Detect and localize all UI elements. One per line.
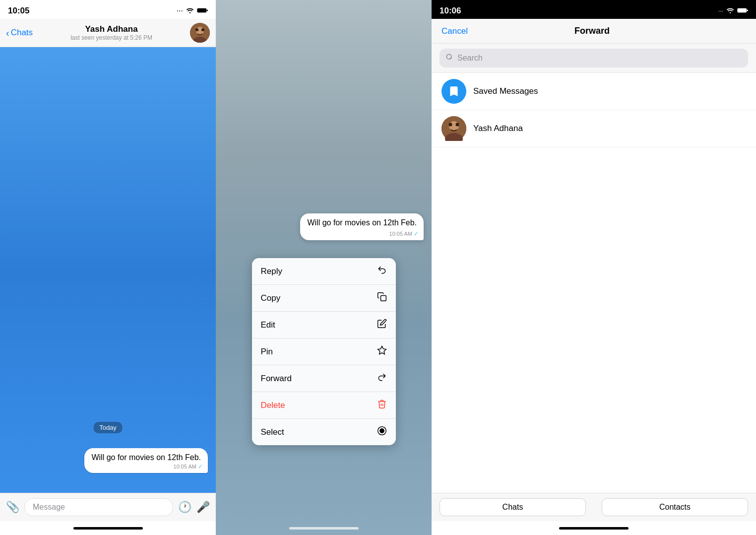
chat-body: Today Will go for movies on 12th Feb. 10… [0, 47, 216, 493]
forward-label: Forward [261, 374, 292, 384]
forward-title: Forward [574, 26, 610, 36]
select-icon [377, 426, 387, 438]
context-forward[interactable]: Forward [252, 365, 396, 392]
svg-rect-7 [380, 296, 386, 301]
avatar[interactable] [190, 23, 210, 43]
edit-icon [377, 319, 387, 331]
list-item-saved-messages[interactable]: Saved Messages [432, 73, 756, 110]
message-preview-bubble: Will go for movies on 12th Feb. 10:05 AM… [300, 213, 424, 240]
panel3-wifi-icon [726, 6, 734, 15]
svg-point-16 [449, 123, 452, 127]
preview-checkmark-icon: ✓ [414, 230, 419, 237]
context-menu-panel: Will go for movies on 12th Feb. 10:05 AM… [216, 0, 432, 535]
forward-panel: 10:06 ··· Cancel Forward [432, 0, 756, 535]
cancel-button[interactable]: Cancel [441, 26, 468, 36]
contact-list-avatar [441, 116, 466, 141]
svg-point-6 [201, 28, 204, 31]
message-input[interactable]: Message [24, 498, 173, 516]
svg-point-5 [195, 28, 198, 31]
message-bubble[interactable]: Will go for movies on 12th Feb. 10:05 AM… [84, 448, 208, 473]
context-reply[interactable]: Reply [252, 258, 396, 285]
forward-icon [377, 372, 387, 385]
contact-list: Saved Messages Yash Adhana [432, 73, 756, 493]
panel3-status-icons: ··· [718, 6, 748, 15]
svg-point-9 [379, 429, 383, 433]
context-menu: Reply Copy Edit [252, 258, 396, 445]
status-bar: 10:05 ··· [0, 0, 216, 19]
message-meta: 10:05 AM ✓ [174, 463, 203, 470]
message-placeholder: Message [33, 503, 65, 511]
search-placeholder: Search [457, 54, 483, 63]
delete-label: Delete [261, 401, 285, 410]
search-bar[interactable]: Search [440, 49, 748, 67]
copy-icon [377, 292, 387, 304]
tab-contacts[interactable]: Contacts [602, 498, 748, 516]
battery-icon [197, 6, 208, 15]
reply-icon [377, 265, 387, 277]
search-icon [445, 53, 453, 63]
svg-rect-1 [207, 9, 208, 11]
tab-chats[interactable]: Chats [440, 498, 586, 516]
pin-icon [377, 345, 387, 358]
panel3-status-bar: 10:06 ··· [432, 0, 756, 19]
preview-message-text: Will go for movies on 12th Feb. [307, 218, 417, 227]
chat-header: ‹ Chats Yash Adhana last seen yesterday … [0, 19, 216, 47]
date-badge: Today [93, 422, 123, 433]
svg-rect-10 [738, 8, 747, 12]
home-bar [73, 527, 143, 530]
contact-info: Yash Adhana last seen yesterday at 5:26 … [33, 24, 190, 41]
signal-icon: ··· [177, 6, 183, 15]
reply-label: Reply [261, 267, 282, 276]
list-item-yash-adhana[interactable]: Yash Adhana [432, 110, 756, 147]
voice-button[interactable]: 🎤 [196, 501, 210, 514]
message-time: 10:05 AM [174, 464, 196, 469]
preview-message-time: 10:05 AM [389, 231, 412, 237]
wifi-icon [186, 6, 194, 15]
search-bar-container: Search [432, 44, 756, 73]
home-indicator [0, 521, 216, 535]
panel3-status-time: 10:06 [440, 6, 461, 16]
attach-button[interactable]: 📎 [6, 501, 19, 514]
preview-message-meta: 10:05 AM ✓ [389, 230, 419, 237]
panel3-home-indicator [432, 521, 756, 535]
back-button[interactable]: ‹ Chats [6, 27, 33, 39]
copy-label: Copy [261, 293, 281, 303]
contact-list-name-yash: Yash Adhana [473, 124, 523, 134]
chat-panel: 10:05 ··· ‹ Chats Yash [0, 0, 216, 535]
context-select[interactable]: Select [252, 419, 396, 445]
svg-rect-11 [747, 9, 748, 11]
forward-header: Cancel Forward [432, 19, 756, 44]
context-pin[interactable]: Pin [252, 338, 396, 365]
contact-status: last seen yesterday at 5:26 PM [33, 34, 190, 41]
panel3-signal-icon: ··· [718, 7, 723, 14]
bottom-tabs: Chats Contacts [432, 493, 756, 521]
avatar-image [190, 23, 210, 43]
select-label: Select [261, 427, 284, 437]
edit-label: Edit [261, 320, 275, 330]
context-delete[interactable]: Delete [252, 392, 396, 419]
chat-input-bar: 📎 Message 🕐 🎤 [0, 493, 216, 521]
pin-label: Pin [261, 347, 273, 357]
checkmark-icon: ✓ [198, 463, 203, 470]
panel3-home-bar [559, 527, 629, 530]
panel2-home-bar [289, 527, 359, 530]
emoji-button[interactable]: 🕐 [178, 501, 191, 514]
delete-icon [377, 399, 387, 411]
saved-messages-name: Saved Messages [473, 86, 538, 96]
svg-rect-0 [197, 8, 206, 12]
back-label[interactable]: Chats [11, 28, 33, 38]
back-chevron-icon: ‹ [6, 27, 9, 39]
status-time: 10:05 [8, 6, 29, 16]
status-icons: ··· [177, 6, 208, 15]
saved-messages-avatar [441, 79, 466, 104]
context-edit[interactable]: Edit [252, 312, 396, 338]
message-text: Will go for movies on 12th Feb. [91, 453, 201, 462]
panel2-home-indicator [216, 521, 432, 535]
panel3-battery-icon [737, 6, 748, 15]
svg-point-17 [456, 123, 459, 127]
contact-name: Yash Adhana [33, 24, 190, 34]
context-copy[interactable]: Copy [252, 285, 396, 312]
